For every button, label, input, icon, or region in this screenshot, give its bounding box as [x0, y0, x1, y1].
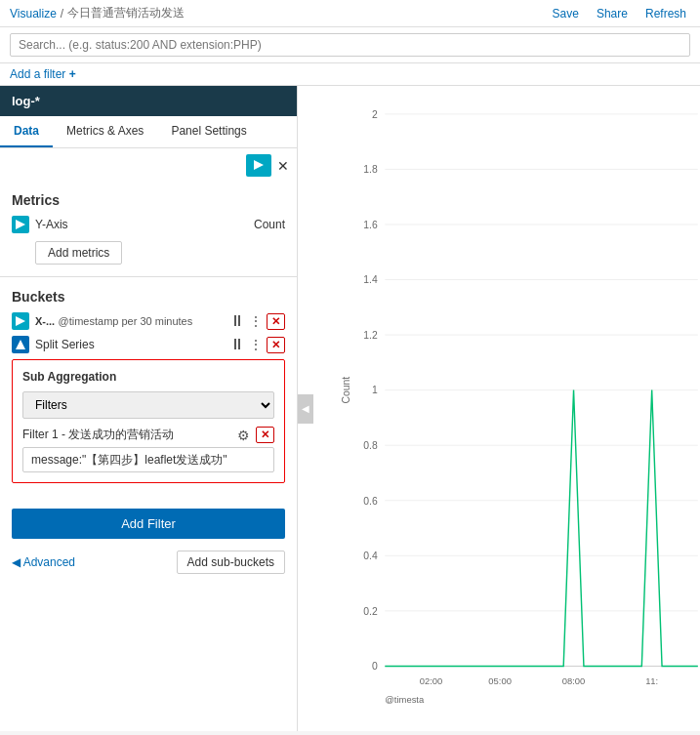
y-axis-label: Y-Axis [35, 218, 248, 231]
split-series-remove-button[interactable]: ✕ [267, 337, 285, 353]
x-axis-controls: ⏸ ⋮ ✕ [229, 312, 285, 330]
index-pattern-label: log-* [12, 94, 40, 108]
svg-marker-1 [16, 220, 25, 229]
split-series-icon [12, 336, 29, 353]
x-axis-description: @timestamp per 30 minutes [59, 315, 193, 327]
split-series-label: Split Series [35, 338, 224, 351]
x-axis-label: X-... [35, 315, 55, 327]
sub-aggregation-box: Sub Aggregation Filters Filter 1 - 发送成功的… [12, 359, 285, 483]
top-actions: Save Share Refresh [549, 5, 690, 22]
run-area: ✕ [0, 148, 297, 183]
split-series-controls: ⏸ ⋮ ✕ [229, 336, 285, 353]
svg-text:1.6: 1.6 [363, 220, 378, 230]
add-filter-button[interactable]: Add a filter + [10, 67, 76, 81]
share-button[interactable]: Share [593, 5, 632, 22]
y-axis-count: Count [254, 218, 285, 231]
svg-text:02:00: 02:00 [420, 675, 443, 686]
filter1-label-row: Filter 1 - 发送成功的营销活动 ⚙ ✕ [22, 427, 274, 443]
play-icon [254, 160, 264, 170]
svg-text:0.4: 0.4 [363, 551, 378, 561]
filter-bar: Add a filter + [0, 63, 700, 86]
svg-text:@timesta: @timesta [385, 694, 425, 705]
svg-text:1: 1 [372, 385, 378, 395]
add-sub-buckets-button[interactable]: Add sub-buckets [177, 551, 285, 574]
breadcrumb-separator: / [61, 7, 63, 20]
advanced-row: ◀ Advanced Add sub-buckets [0, 547, 297, 578]
svg-text:2: 2 [372, 109, 378, 120]
refresh-button[interactable]: Refresh [641, 5, 690, 22]
x-axis-remove-button[interactable]: ✕ [267, 313, 285, 330]
svg-marker-3 [16, 340, 25, 349]
svg-text:0.8: 0.8 [363, 440, 378, 451]
svg-text:11:: 11: [645, 675, 658, 686]
filter1-label: Filter 1 - 发送成功的营销活动 [22, 427, 231, 443]
save-button[interactable]: Save [549, 5, 583, 22]
divider-1 [0, 276, 297, 277]
split-series-toggle[interactable]: ⏸ [229, 336, 245, 353]
sub-agg-type-select[interactable]: Filters [22, 391, 274, 419]
search-input[interactable] [10, 33, 690, 57]
add-metrics-button[interactable]: Add metrics [35, 241, 122, 265]
svg-text:0.2: 0.2 [363, 606, 378, 617]
advanced-link[interactable]: ◀ Advanced [12, 555, 75, 569]
top-bar: Visualize / 今日普通营销活动发送 Save Share Refres… [0, 0, 700, 27]
buckets-section: Buckets X-... @timestamp per 30 minutes … [0, 279, 297, 501]
tab-panel-settings[interactable]: Panel Settings [157, 116, 260, 147]
plus-icon: + [69, 67, 76, 81]
filter1-gear-icon[interactable]: ⚙ [237, 428, 250, 443]
tabs-bar: Data Metrics & Axes Panel Settings [0, 116, 297, 148]
y-axis-icon [12, 216, 29, 233]
svg-text:0.6: 0.6 [363, 496, 378, 507]
run-button[interactable] [246, 154, 271, 177]
close-button[interactable]: ✕ [277, 158, 289, 174]
metrics-section: Metrics Y-Axis Count Add metrics [0, 183, 297, 274]
svg-text:05:00: 05:00 [488, 675, 512, 686]
split-series-row: Split Series ⏸ ⋮ ✕ [12, 336, 285, 353]
filter1-remove-button[interactable]: ✕ [256, 427, 274, 443]
breadcrumb: Visualize / 今日普通营销活动发送 [10, 5, 185, 21]
buckets-title: Buckets [12, 289, 285, 305]
chart-svg: 2 1.8 1.6 1.4 1.2 1 0.8 0.6 0.4 0.2 0 Co… [327, 96, 700, 721]
breadcrumb-current: 今日普通营销活动发送 [67, 5, 185, 21]
add-filter-label: Add a filter [10, 67, 65, 81]
svg-text:1.4: 1.4 [363, 274, 378, 285]
panel-header: log-* [0, 86, 297, 116]
split-series-pipe[interactable]: ⋮ [249, 337, 263, 352]
svg-text:1.2: 1.2 [363, 330, 378, 341]
x-axis-row: X-... @timestamp per 30 minutes ⏸ ⋮ ✕ [12, 312, 285, 330]
left-panel: log-* Data Metrics & Axes Panel Settings… [0, 86, 298, 731]
svg-text:1.8: 1.8 [363, 164, 378, 175]
add-filter-full-button[interactable]: Add Filter [12, 509, 285, 539]
main-layout: log-* Data Metrics & Axes Panel Settings… [0, 86, 700, 731]
chart-wrapper: 2 1.8 1.6 1.4 1.2 1 0.8 0.6 0.4 0.2 0 Co… [308, 96, 690, 721]
filter1-input[interactable] [22, 447, 274, 472]
y-axis-row: Y-Axis Count [12, 216, 285, 233]
svg-text:0: 0 [372, 661, 378, 672]
x-axis-toggle[interactable]: ⏸ [229, 312, 245, 330]
svg-marker-2 [16, 316, 25, 326]
tab-metrics-axes[interactable]: Metrics & Axes [53, 116, 157, 147]
svg-text:08:00: 08:00 [562, 675, 586, 686]
right-panel: ◀ 2 1.8 1.6 1.4 [298, 86, 700, 731]
x-axis-icon [12, 312, 29, 330]
svg-marker-0 [254, 160, 264, 170]
x-axis-pipe[interactable]: ⋮ [249, 313, 263, 329]
metrics-title: Metrics [12, 192, 285, 208]
tab-data[interactable]: Data [0, 116, 53, 147]
sub-agg-title: Sub Aggregation [22, 370, 274, 384]
visualize-link[interactable]: Visualize [10, 7, 57, 20]
svg-text:Count: Count [341, 377, 351, 404]
search-bar [0, 27, 700, 63]
